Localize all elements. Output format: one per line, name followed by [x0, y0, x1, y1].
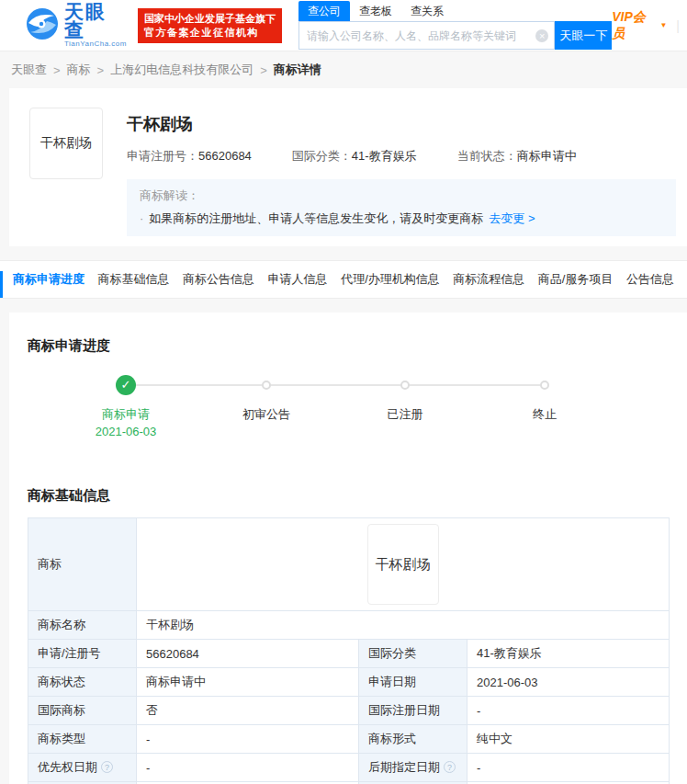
search-input[interactable]	[307, 29, 535, 42]
top-header: 天眼查 TianYanCha.com 国家中小企业发展子基金旗下 官方备案企业征…	[0, 0, 687, 51]
bullet: ·	[140, 211, 143, 225]
row-label: 国际商标	[28, 697, 137, 725]
row-value: 纯中文	[467, 725, 670, 754]
stepper-track	[126, 384, 546, 386]
row-label: 商标	[28, 518, 137, 611]
row-label: 申请日期	[359, 668, 467, 697]
clear-search-icon[interactable]: ×	[535, 29, 548, 42]
breadcrumb-trademark[interactable]: 商标	[67, 62, 91, 78]
table-row: 优先权日期? - 后期指定日期? -	[28, 754, 670, 782]
help-icon[interactable]: ?	[101, 761, 113, 773]
row-label-text: 后期指定日期	[368, 760, 440, 774]
logo-domain: TianYanCha.com	[64, 40, 127, 48]
step-label-applied: 商标申请	[71, 406, 181, 423]
table-row: 商标名称 干杯剧场	[28, 611, 670, 640]
tab-announcement-info[interactable]: 商标公告信息	[183, 271, 254, 288]
breadcrumb: 天眼查 > 商标 > 上海幻电信息科技有限公司 > 商标详情	[0, 51, 687, 88]
basic-info-section-heading: 商标基础信息	[28, 460, 669, 505]
section-tabbar: 商标申请进度 商标基础信息 商标公告信息 申请人信息 代理/办理机构信息 商标流…	[0, 260, 687, 299]
search-tab-company[interactable]: 查公司	[298, 1, 350, 21]
row-value: 否	[137, 697, 359, 725]
row-label: 国际注册日期	[359, 697, 467, 725]
row-value: 商标申请中	[137, 668, 359, 697]
step-date: 2021-06-03	[71, 425, 181, 438]
tab-gazette-info[interactable]: 公告信息	[626, 271, 674, 288]
breadcrumb-home[interactable]: 天眼查	[11, 62, 47, 78]
row-label: 后期指定日期?	[359, 754, 467, 782]
row-label: 国际分类	[359, 640, 467, 668]
basic-info-table: 商标 干杯剧场 商标名称 干杯剧场 申请/注册号 56620684 国际分类 4…	[28, 517, 670, 784]
trademark-summary-card: 干杯剧场 干杯剧场 申请注册号：56620684 国际分类：41-教育娱乐 当前…	[9, 88, 687, 246]
row-label-text: 优先权日期	[38, 760, 97, 774]
row-value: -	[137, 754, 359, 782]
vip-member-menu[interactable]: VIP会员 ▼ |	[612, 9, 680, 42]
table-row: 申请/注册号 56620684 国际分类 41-教育娱乐	[28, 640, 670, 668]
search-tab-boss[interactable]: 查老板	[350, 1, 401, 21]
row-value: 41-教育娱乐	[467, 640, 670, 668]
tianyancha-logo-icon	[26, 7, 59, 43]
table-row: 商标 干杯剧场	[28, 518, 670, 611]
status-label: 当前状态：	[457, 149, 517, 163]
badge-line1: 国家中小企业发展子基金旗下	[144, 12, 276, 26]
tab-agency-info[interactable]: 代理/办理机构信息	[341, 271, 440, 288]
breadcrumb-separator: >	[97, 63, 105, 77]
trademark-image: 干杯剧场	[367, 524, 439, 605]
logo-name: 天眼查	[64, 3, 127, 40]
trademark-image-cell: 干杯剧场	[137, 518, 670, 611]
row-value: -	[137, 725, 359, 754]
intl-class-value: 41-教育娱乐	[352, 149, 417, 163]
row-label: 商标类型	[28, 725, 137, 754]
search-tabs: 查公司 查老板 查关系	[298, 1, 612, 21]
search-tab-relation[interactable]: 查关系	[401, 1, 453, 21]
interpretation-tip: 如果商标的注册地址、申请人等信息发生变化，请及时变更商标	[149, 211, 483, 225]
trademark-image: 干杯剧场	[29, 108, 103, 179]
row-label: 商标形式	[359, 725, 467, 754]
breadcrumb-current: 商标详情	[274, 62, 321, 78]
table-row: 国际商标 否 国际注册日期 -	[28, 697, 670, 725]
page-title: 干杯剧场	[127, 113, 676, 135]
trademark-interpretation-box: 商标解读： ·如果商标的注册地址、申请人等信息发生变化，请及时变更商标去变更 >	[127, 179, 676, 236]
status-value: 商标申请中	[517, 149, 577, 163]
reg-number-label: 申请注册号：	[127, 149, 198, 163]
row-value: 56620684	[137, 640, 359, 668]
row-label: 商标状态	[28, 668, 137, 697]
tab-applicant-info[interactable]: 申请人信息	[268, 271, 328, 288]
step-circle	[400, 381, 410, 390]
tab-application-progress[interactable]: 商标申请进度	[13, 271, 84, 288]
go-change-link[interactable]: 去变更 >	[489, 211, 535, 225]
government-certification-badge: 国家中小企业发展子基金旗下 官方备案企业征信机构	[138, 8, 282, 43]
search-button[interactable]: 天眼一下	[555, 21, 612, 50]
tab-process-info[interactable]: 商标流程信息	[453, 271, 524, 288]
progress-section-heading: 商标申请进度	[28, 312, 669, 355]
step-label-registered: 已注册	[350, 406, 460, 423]
help-icon[interactable]: ?	[444, 761, 456, 773]
application-progress-stepper: ✓ 商标申请 初审公告 已注册 终止 2021-06-03	[28, 375, 669, 460]
row-value: 干杯剧场	[137, 611, 670, 640]
main-content: 商标申请进度 ✓ 商标申请 初审公告 已注册 终止 2021-06-03 商标基…	[9, 312, 687, 784]
interpretation-title: 商标解读：	[140, 187, 663, 204]
search-module: 查公司 查老板 查关系 × 天眼一下	[298, 1, 612, 50]
tab-goods-services[interactable]: 商品/服务项目	[538, 271, 614, 288]
vip-label: VIP会员	[612, 9, 656, 42]
summary-fields: 申请注册号：56620684 国际分类：41-教育娱乐 当前状态：商标申请中	[127, 148, 676, 165]
row-label: 商标名称	[28, 611, 137, 640]
badge-line2: 官方备案企业征信机构	[144, 26, 276, 40]
row-label: 申请/注册号	[28, 640, 137, 668]
row-label: 优先权日期?	[28, 754, 137, 782]
breadcrumb-separator: >	[53, 63, 61, 77]
row-value: -	[467, 754, 670, 782]
header-divider: |	[676, 18, 680, 33]
step-circle	[262, 381, 271, 390]
intl-class-label: 国际分类：	[292, 149, 352, 163]
table-row: 商标状态 商标申请中 申请日期 2021-06-03	[28, 668, 670, 697]
step-label-terminated: 终止	[490, 406, 600, 423]
table-row: 商标类型 - 商标形式 纯中文	[28, 725, 670, 754]
reg-number-value: 56620684	[198, 149, 252, 163]
row-value: -	[467, 697, 670, 725]
step-circle	[540, 381, 549, 390]
tab-basic-info[interactable]: 商标基础信息	[98, 271, 170, 288]
breadcrumb-company[interactable]: 上海幻电信息科技有限公司	[110, 62, 253, 78]
tianyancha-logo[interactable]: 天眼查 TianYanCha.com	[26, 3, 127, 48]
check-icon: ✓	[116, 375, 136, 395]
chevron-down-icon: ▼	[659, 21, 667, 29]
